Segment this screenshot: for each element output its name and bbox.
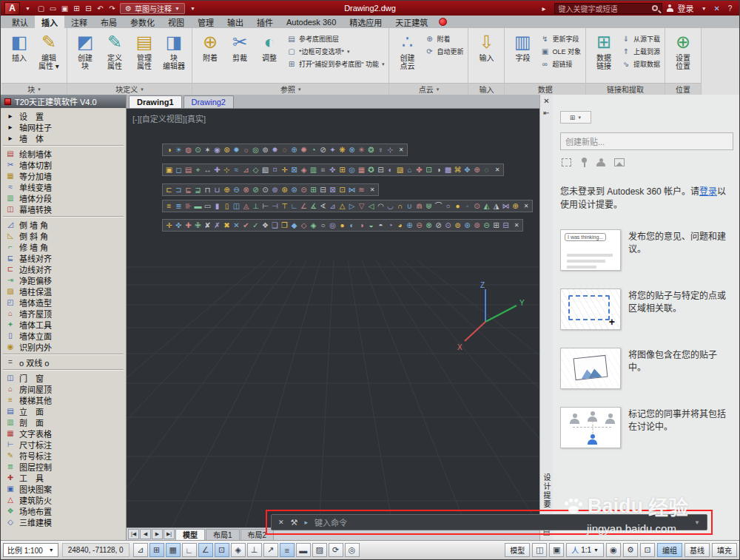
hyperlink-button[interactable]: ∞超链接 xyxy=(540,59,581,69)
layout-nav-icon[interactable]: |◀ xyxy=(128,529,139,539)
tool-icon[interactable]: ⊹ xyxy=(386,144,395,155)
sidebar-item[interactable]: ◫幕墙转换 xyxy=(1,203,126,215)
command-placeholder[interactable]: 键入命令 xyxy=(314,516,347,528)
tool-icon[interactable]: ◮ xyxy=(491,200,501,212)
sidebar-item[interactable]: ⌂墙齐屋顶 xyxy=(1,308,126,319)
close-icon[interactable]: ✕ xyxy=(522,203,531,209)
edit-attributes-button[interactable]: ✎编辑 属性 ▾ xyxy=(34,30,64,70)
attach-image-icon[interactable] xyxy=(614,158,625,166)
tool-icon[interactable]: ▯ xyxy=(222,200,232,212)
panel-title[interactable]: 位置 xyxy=(665,83,701,95)
new-icon[interactable]: ▢ xyxy=(36,2,47,14)
tool-icon[interactable]: ✥ xyxy=(462,164,472,175)
ribbon-tab[interactable]: 注释 xyxy=(64,16,94,28)
tool-icon[interactable]: ▩ xyxy=(443,164,453,175)
upload-to-source-button[interactable]: ⇑上载到源 xyxy=(622,47,660,56)
grid-display-toggle[interactable]: ▦ xyxy=(166,543,181,557)
panel-title[interactable]: 链接和提取 xyxy=(586,83,665,95)
tool-icon[interactable]: ⊞ xyxy=(491,220,501,231)
ribbon-tab[interactable]: 默认 xyxy=(5,16,35,28)
sidebar-item[interactable]: =o 双线 o xyxy=(1,357,126,368)
tool-icon[interactable]: ⊢ xyxy=(260,200,270,212)
ribbon-tab[interactable]: 输出 xyxy=(221,16,250,28)
tool-icon[interactable]: ⊕ xyxy=(472,164,482,175)
tool-icon[interactable]: ✺ xyxy=(299,144,309,155)
tool-icon[interactable]: ❋ xyxy=(337,144,347,155)
ribbon-tab[interactable]: 视图 xyxy=(161,16,191,28)
help-icon[interactable]: ? xyxy=(724,2,736,14)
infer-constraints-toggle[interactable]: ⊿ xyxy=(133,543,148,557)
tool-icon[interactable]: ⌗ xyxy=(318,164,328,175)
sidebar-item[interactable]: ▣图块图案 xyxy=(1,483,126,494)
tool-icon[interactable]: ▤ xyxy=(184,164,193,175)
panel-title[interactable]: 输入 xyxy=(468,83,504,95)
pin-icon[interactable] xyxy=(580,158,588,167)
sidebar-item[interactable]: ▤立 面 xyxy=(1,405,126,416)
quick-view-layouts-icon[interactable]: ◫ xyxy=(532,543,547,557)
tool-icon[interactable]: ♀ xyxy=(376,144,386,155)
tool-icon[interactable]: ✛ xyxy=(280,164,289,175)
tool-icon[interactable]: ⊟ xyxy=(376,164,386,175)
sidebar-group[interactable]: ▸轴网柱子 xyxy=(1,121,126,132)
tool-icon[interactable]: ⊛ xyxy=(462,220,472,231)
tool-icon[interactable]: ◎ xyxy=(328,220,337,231)
sidebar-item[interactable]: ⊑基线对齐 xyxy=(1,252,126,263)
tool-icon[interactable]: ▷ xyxy=(347,200,357,212)
tool-icon[interactable]: ⊕ xyxy=(222,184,232,195)
search-input[interactable]: 键入关键字或短语 xyxy=(554,3,662,14)
tool-icon[interactable]: ◌ xyxy=(280,144,289,155)
tool-icon[interactable]: ◠ xyxy=(376,200,386,212)
tool-icon[interactable]: ● xyxy=(453,200,462,212)
auto-update-button[interactable]: ⟳自动更新 xyxy=(425,47,463,56)
tool-icon[interactable]: ⊣ xyxy=(270,200,280,212)
quick-view-drawings-icon[interactable]: ▣ xyxy=(549,543,564,557)
define-attributes-button[interactable]: ✎定义 属性 xyxy=(100,30,130,70)
ribbon-tab[interactable]: 插件 xyxy=(250,16,280,28)
tool-icon[interactable]: ⊿ xyxy=(241,164,251,175)
underlay-layers-button[interactable]: ▤参考底图图层 xyxy=(287,34,384,44)
sidebar-item[interactable]: ▤绘制墙体 xyxy=(1,148,126,159)
tool-icon[interactable]: ∡ xyxy=(309,200,318,212)
tool-icon[interactable]: ◔ xyxy=(386,220,395,231)
adjust-button[interactable]: ◐调整 xyxy=(255,30,284,62)
tool-icon[interactable]: ∟ xyxy=(289,200,299,212)
sidebar-item[interactable]: ▨墙柱保温 xyxy=(1,286,126,297)
tool-icon[interactable]: ⊕ xyxy=(511,200,520,212)
tool-icon[interactable]: ⊗ xyxy=(241,184,251,195)
clip-button[interactable]: ✂剪裁 xyxy=(225,30,255,62)
ribbon-tab[interactable]: 精选应用 xyxy=(343,16,388,28)
tool-icon[interactable]: ⋓ xyxy=(424,200,434,212)
tool-icon[interactable]: ❖ xyxy=(260,220,270,231)
tool-icon[interactable]: ◡ xyxy=(386,200,395,212)
tool-icon[interactable]: ⊞ xyxy=(337,164,347,175)
ribbon-tab[interactable]: 插入 xyxy=(35,16,64,28)
design-feed-vertical-tab[interactable]: 设计提要 xyxy=(541,473,552,509)
tool-icon[interactable]: ∠ xyxy=(299,200,309,212)
scale-dropdown[interactable]: 比例 1:100 ▼ xyxy=(3,543,58,557)
tool-icon[interactable]: ✜ xyxy=(174,220,184,231)
close-icon[interactable]: ✕ xyxy=(278,519,284,526)
save-as-icon[interactable]: ⊞ xyxy=(71,2,82,14)
panel-title[interactable]: 点云▾ xyxy=(389,83,468,95)
command-line[interactable]: ✕ ⚒ ▸ 键入命令 ▼ xyxy=(271,514,707,530)
ribbon-tab[interactable]: Autodesk 360 xyxy=(280,16,343,28)
sidebar-item[interactable]: ✦墙体工具 xyxy=(1,319,126,330)
polar-tracking-toggle[interactable]: ∠ xyxy=(198,543,213,557)
logo-dropdown-icon[interactable]: ▼ xyxy=(22,2,33,14)
tool-icon[interactable]: ▦ xyxy=(357,164,366,175)
extract-data-button[interactable]: ⇘提取数据 xyxy=(622,59,660,69)
tool-icon[interactable]: ⊙ xyxy=(443,220,453,231)
sidebar-item[interactable]: ▦文字表格 xyxy=(1,428,126,439)
tz-status-button[interactable]: 基线 xyxy=(684,543,710,557)
sidebar-item[interactable]: ⇥净距偏移 xyxy=(1,274,126,286)
tool-icon[interactable]: ✓ xyxy=(251,220,260,231)
sidebar-item[interactable]: ≣图层控制 xyxy=(1,461,126,472)
sidebar-item[interactable]: △建筑防火 xyxy=(1,494,126,505)
transparency-toggle[interactable]: ▨ xyxy=(312,543,327,557)
tool-icon[interactable]: ⊿ xyxy=(328,200,337,212)
tool-icon[interactable]: ◓ xyxy=(376,220,386,231)
tool-icon[interactable]: ⌖ xyxy=(193,164,203,175)
floating-toolbar[interactable]: ⊏⊐⊑⊒⊓⊔⊕⊖⊗⊘⊙⊚⊛⊜⊝⊞⊟⊠⊡⋈≋✕ xyxy=(162,183,379,196)
clean-screen-icon[interactable]: ⊡ xyxy=(640,543,655,557)
tz-status-button[interactable]: 填充 xyxy=(712,543,737,557)
